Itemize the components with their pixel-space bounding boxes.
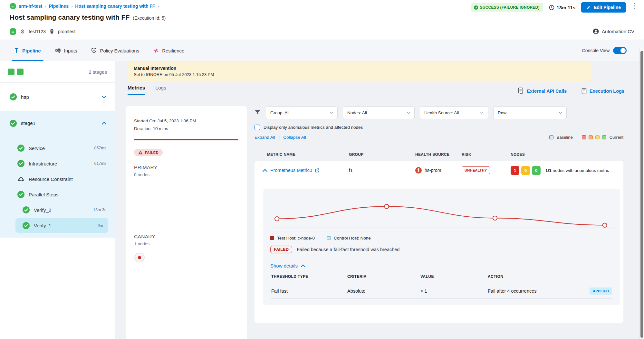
status-badge: SUCCESS (FAILURE IGNORED)	[471, 3, 543, 12]
breadcrumb: ∞ srm-hf-test › Pipelines › Host samplin…	[10, 3, 159, 9]
chevron-down-icon	[559, 112, 562, 114]
sidebar-stage-stage1[interactable]: stage1	[0, 111, 115, 135]
sidebar-step-service[interactable]: Service857ms	[0, 140, 115, 156]
health-source-filter-dropdown[interactable]: Health Source: All	[420, 106, 488, 119]
scrollbar-thumb[interactable]	[640, 51, 643, 338]
show-details-toggle[interactable]: Show details	[263, 253, 620, 268]
banner-subtitle: Set to IGNORE on 05-Jul-2023 1:15:23 PM	[134, 72, 585, 77]
tab-pipeline[interactable]: Pipeline	[14, 40, 41, 61]
collapse-all-link[interactable]: Collapse All	[283, 135, 306, 140]
svg-text:∞: ∞	[12, 4, 14, 9]
threshold-table: THRESHOLD TYPE CRITERIA VALUE ACTION Fai…	[271, 274, 612, 299]
sidebar-stage-http[interactable]: http	[0, 83, 115, 111]
applied-badge: APPLIED	[590, 287, 612, 295]
canary-node-count: 1 nodes	[134, 241, 238, 246]
breadcrumb-pipeline-name[interactable]: Host sampling canary testing with FF	[75, 4, 155, 9]
tab-resilience[interactable]: Resilience	[153, 40, 184, 61]
canary-label: CANARY	[134, 234, 238, 240]
verification-tabs: Metrics Logs	[128, 85, 166, 95]
threshold-value: > 1	[420, 288, 488, 294]
chevron-down-icon	[330, 112, 333, 114]
execution-logs-link[interactable]: Execution Logs	[582, 88, 624, 94]
unhealthy-node-count-badge: 1	[511, 166, 519, 175]
inputs-icon	[55, 48, 61, 53]
gear-icon: ⚙	[20, 29, 25, 34]
primary-label: PRIMARY	[134, 165, 238, 170]
current-legend-label: Current	[610, 135, 623, 140]
tab-inputs[interactable]: Inputs	[55, 40, 77, 61]
edit-pipeline-button[interactable]: Edit Pipeline	[581, 2, 626, 13]
api-document-icon: API	[518, 88, 524, 94]
threshold-criteria: Absolute	[347, 288, 420, 294]
execution-id: (Execution Id: 5)	[133, 15, 166, 21]
anomalous-nodes-text: nodes with anomalous metric	[553, 168, 609, 173]
breadcrumb-separator: ›	[71, 4, 72, 9]
warning-triangle-icon	[138, 150, 143, 155]
sidebar-step-parallel-steps[interactable]: Parallel Steps	[0, 187, 115, 202]
console-view-label: Console View	[582, 48, 610, 53]
control-host-swatch	[327, 236, 331, 240]
sidebar-step-infrastructure[interactable]: Infrastructure617ms	[0, 156, 115, 171]
external-api-calls-link[interactable]: API External API Calls	[518, 88, 567, 94]
external-link-icon[interactable]	[315, 168, 319, 173]
avatar-icon	[593, 28, 599, 34]
group-filter-dropdown[interactable]: Group: All	[266, 106, 338, 119]
sidebar-step-resource-constraint[interactable]: Resource Constraint	[0, 171, 115, 187]
warning-node-count-badge: 0	[521, 166, 530, 175]
anomalous-only-checkbox[interactable]	[255, 125, 260, 130]
prometheus-icon	[415, 167, 422, 174]
sidebar-step-verify-2[interactable]: Verify_213m 3s	[0, 202, 115, 218]
chevron-down-icon	[102, 96, 106, 99]
stage-status-squares	[8, 69, 24, 75]
breadcrumb-project[interactable]: srm-hf-test	[19, 4, 42, 9]
nodes-filter-dropdown[interactable]: Nodes: All	[343, 106, 415, 119]
console-view-toggle[interactable]	[613, 47, 627, 54]
environment-icon	[50, 29, 54, 34]
vertical-scrollbar[interactable]	[639, 48, 644, 339]
breadcrumb-pipelines[interactable]: Pipelines	[49, 4, 68, 9]
health-source-name: hs-prom	[425, 168, 441, 173]
filter-funnel-icon	[255, 110, 261, 116]
data-mode-dropdown[interactable]: Raw	[493, 106, 567, 119]
anomalous-nodes-ratio: 1/1	[545, 168, 552, 173]
canary-node-hexagon[interactable]	[134, 253, 238, 262]
test-host-swatch	[270, 236, 274, 240]
metric-failed-badge: FAILED	[270, 246, 292, 253]
metrics-region: Group: All Nodes: All Health Source: All…	[255, 106, 623, 323]
metric-table-header: METRIC NAME GROUP HEALTH SOURCE RISK NOD…	[255, 152, 623, 157]
tab-logs[interactable]: Logs	[155, 85, 166, 95]
metric-card: Prometheus Metric0 f1 hs-prom UNHEALTHY …	[255, 161, 623, 323]
success-check-icon	[10, 120, 17, 127]
anomalous-only-label: Display only anomalous metrics and affec…	[264, 125, 363, 130]
stage-count: 2 stages	[89, 69, 107, 75]
service-icon: ∞	[10, 28, 16, 35]
more-options-menu[interactable]: ⋮	[631, 3, 638, 9]
threshold-table-row: Fail fast Absolute > 1 Fail after 4 occu…	[271, 283, 612, 299]
stage-summary-row[interactable]: 2 stages	[0, 61, 115, 83]
risk-badge: UNHEALTHY	[462, 166, 490, 174]
execution-sidebar: 2 stages http stage1 Service857ms I	[0, 61, 115, 339]
sidebar-step-verify-1[interactable]: Verify_19m	[15, 218, 108, 233]
metric-line-chart[interactable]	[263, 189, 620, 232]
current-red-swatch	[582, 135, 586, 139]
success-check-icon	[10, 93, 17, 100]
collapse-chevron-up-icon[interactable]	[263, 169, 267, 172]
tab-metrics[interactable]: Metrics	[128, 85, 145, 95]
metric-name-link[interactable]: Prometheus Metric0	[270, 168, 312, 173]
divider: |	[279, 135, 280, 140]
resilience-icon	[153, 48, 159, 53]
pencil-icon	[586, 5, 591, 10]
header: ∞ srm-hf-test › Pipelines › Host samplin…	[0, 0, 644, 40]
expand-all-link[interactable]: Expand All	[255, 135, 275, 140]
tab-policy-evaluations[interactable]: Policy Evaluations	[91, 40, 139, 61]
current-orange-swatch	[589, 135, 593, 139]
page-body: 2 stages http stage1 Service857ms I	[0, 61, 644, 339]
verification-summary-card: Started On: Jul 5, 2023 1:06 PM Duration…	[126, 106, 247, 339]
success-check-icon	[23, 222, 30, 229]
success-check-icon	[23, 206, 30, 213]
success-check-icon	[17, 145, 24, 152]
control-host-label: Control Host: None	[334, 236, 371, 240]
metric-failed-reason: Failed because a fail-fast threshold was…	[297, 247, 399, 252]
page-title: Host sampling canary testing with FF	[10, 14, 130, 21]
clock-icon	[549, 5, 554, 10]
